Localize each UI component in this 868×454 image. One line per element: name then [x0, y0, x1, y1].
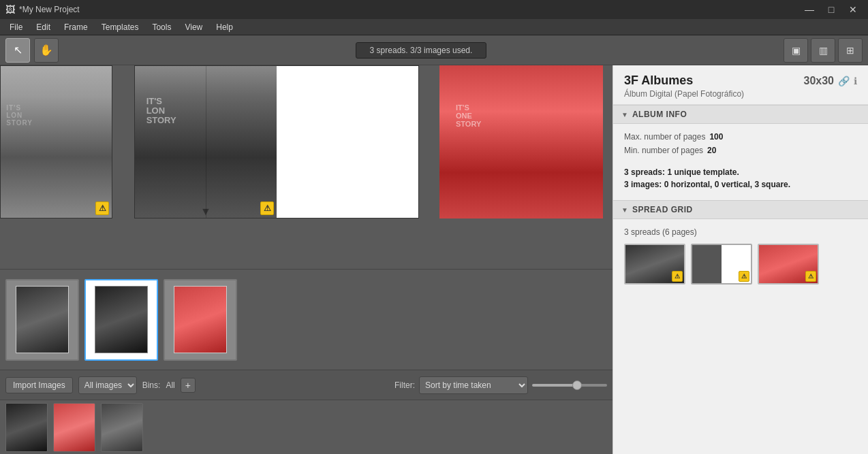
lib-image-inner-2	[54, 404, 95, 451]
spread-thumbnail-3[interactable]	[164, 279, 237, 361]
spread-grid-section-header[interactable]: ▼ Spread Grid	[613, 200, 868, 219]
main-area: IT'SLONSTORY ⚠ ✛ ◀ ⊞ ▶ IT'SLONSTORY	[0, 65, 868, 454]
menu-edit[interactable]: Edit	[29, 19, 57, 35]
min-pages-value: 20	[707, 146, 716, 155]
album-subtitle: Álbum Digital (Papel Fotográfico)	[624, 89, 857, 99]
menu-templates[interactable]: Templates	[95, 19, 146, 35]
menubar: File Edit Frame Templates Tools View Hel…	[0, 19, 868, 35]
bins-all-label: All	[166, 380, 174, 390]
album-info-section-header[interactable]: ▼ Album Info	[613, 105, 868, 124]
status-bar-center: 3 spreads. 3/3 images used.	[63, 42, 779, 59]
menu-file[interactable]: File	[3, 19, 29, 35]
app-title: *My New Project	[19, 5, 800, 14]
zoom-slider[interactable]	[532, 384, 607, 387]
spread-count-label: 3 spreads (6 pages)	[624, 227, 857, 237]
spreads-stat-label: 3 spreads:	[624, 167, 665, 177]
view-export-button[interactable]: ⊞	[838, 38, 863, 63]
info-icon[interactable]: ℹ	[854, 76, 857, 86]
app-icon: 🖼	[5, 4, 15, 15]
view-split-button[interactable]: ▥	[811, 38, 835, 63]
lib-image-inner-1	[6, 404, 47, 451]
center-divider	[206, 66, 206, 218]
spread-warn-icon-2: ⚠	[739, 271, 749, 282]
spread-canvas[interactable]: IT'SLONSTORY ⚠ ✛ ◀ ⊞ ▶ IT'SLONSTORY	[0, 65, 613, 370]
right-panel: 3F Albumes 30x30 🔗 ℹ Álbum Digital (Pape…	[613, 65, 868, 454]
library-image-3[interactable]	[101, 403, 143, 452]
panel-icons: 30x30 🔗 ℹ	[804, 75, 858, 87]
bottom-bar: Import Images All images Bins: All + Fil…	[0, 370, 613, 400]
filter-label: Filter:	[394, 380, 415, 390]
main-spread[interactable]: IT'SLONSTORY ▼ ⚠	[134, 65, 419, 218]
spread-grid-thumb-3[interactable]: ⚠	[758, 244, 819, 285]
menu-help[interactable]: Help	[209, 19, 240, 35]
spreads-stat-value: 1 unique template.	[667, 167, 739, 177]
left-partial-spread[interactable]: IT'SLONSTORY ⚠	[0, 65, 112, 218]
status-pill: 3 spreads. 3/3 images used.	[356, 42, 487, 59]
menu-view[interactable]: View	[178, 19, 209, 35]
spread-grid-content: 3 spreads (6 pages) ⚠ ⚠ ⚠	[613, 219, 868, 293]
toolbar: ↖ ✋ 3 spreads. 3/3 images used. ▣ ▥ ⊞	[0, 35, 868, 65]
max-pages-label: Max. number of pages	[624, 132, 705, 142]
maximize-button[interactable]: □	[822, 2, 841, 17]
spreads-stat-row: 3 spreads: 1 unique template.	[624, 167, 857, 177]
min-pages-row: Min. number of pages 20	[624, 146, 857, 155]
right-partial-spread[interactable]: IT'SONESTORY	[439, 65, 603, 218]
spread-thumbnails-row: ⚠ ⚠ ⚠	[624, 244, 857, 285]
spread-grid-thumb-1[interactable]: ⚠	[624, 244, 685, 285]
album-info-label: Album Info	[632, 110, 687, 119]
album-info-chevron-icon: ▼	[621, 111, 628, 118]
hand-tool-button[interactable]: ✋	[34, 38, 59, 63]
spread-grid-thumb-2[interactable]: ⚠	[691, 244, 752, 285]
images-dropdown[interactable]: All images	[78, 376, 137, 394]
spread-warn-icon-3: ⚠	[805, 271, 816, 282]
add-bin-button[interactable]: +	[181, 378, 196, 393]
menu-tools[interactable]: Tools	[145, 19, 178, 35]
window-controls: — □ ✕	[800, 2, 863, 17]
images-stat-value: 0 horizontal, 0 vertical, 3 square.	[664, 180, 790, 189]
image-library	[0, 400, 613, 454]
sort-dropdown[interactable]: Sort by time taken Sort by name Sort by …	[419, 376, 528, 394]
max-pages-value: 100	[709, 132, 723, 142]
slider-thumb[interactable]	[572, 380, 582, 390]
panel-title-row: 3F Albumes 30x30 🔗 ℹ	[624, 74, 857, 88]
spread-left-half[interactable]: IT'SLONSTORY ▼ ⚠	[135, 66, 277, 218]
max-pages-row: Max. number of pages 100	[624, 132, 857, 142]
album-size: 30x30	[804, 75, 835, 87]
thumb-inner-3	[174, 286, 227, 353]
spread-grid-chevron-icon: ▼	[621, 206, 628, 214]
center-arrow: ▼	[200, 206, 211, 218]
images-stat-label: 3 images:	[624, 180, 662, 189]
album-title: 3F Albumes	[624, 74, 693, 88]
minimize-button[interactable]: —	[800, 2, 819, 17]
images-stat-row: 3 images: 0 horizontal, 0 vertical, 3 sq…	[624, 180, 857, 189]
panel-header: 3F Albumes 30x30 🔗 ℹ Álbum Digital (Pape…	[613, 65, 868, 105]
min-pages-label: Min. number of pages	[624, 146, 703, 155]
thumbnails-strip	[0, 269, 613, 370]
warning-badge-left: ⚠	[95, 201, 109, 215]
titlebar: 🖼 *My New Project — □ ✕	[0, 0, 868, 19]
view-single-button[interactable]: ▣	[784, 38, 808, 63]
spread-grid-label: Spread Grid	[632, 205, 693, 214]
lib-image-inner-3	[102, 404, 142, 451]
library-image-1[interactable]	[5, 403, 48, 452]
library-image-2[interactable]	[53, 403, 95, 452]
spread-thumbnail-1[interactable]	[5, 279, 79, 361]
right-partial-image: IT'SONESTORY	[439, 65, 603, 218]
warning-badge-main: ⚠	[260, 201, 274, 215]
album-info-content: Max. number of pages 100 Min. number of …	[613, 124, 868, 200]
spread-thumbnail-2[interactable]	[84, 279, 158, 361]
filter-area: Filter: Sort by time taken Sort by name …	[394, 376, 607, 394]
link-icon[interactable]: 🔗	[838, 76, 850, 86]
status-text: 3 spreads. 3/3 images used.	[370, 46, 473, 55]
thumb-inner-2	[95, 286, 148, 353]
thumb-inner-1	[16, 286, 69, 353]
spread-right-half[interactable]	[277, 66, 418, 218]
select-tool-button[interactable]: ↖	[5, 38, 30, 63]
close-button[interactable]: ✕	[843, 2, 863, 17]
bins-label: Bins:	[142, 380, 161, 390]
menu-frame[interactable]: Frame	[57, 19, 95, 35]
spread-warn-icon-1: ⚠	[672, 271, 683, 282]
toolbar-right: ▣ ▥ ⊞	[784, 38, 863, 63]
import-images-button[interactable]: Import Images	[5, 377, 73, 393]
zoom-slider-container	[532, 384, 607, 387]
